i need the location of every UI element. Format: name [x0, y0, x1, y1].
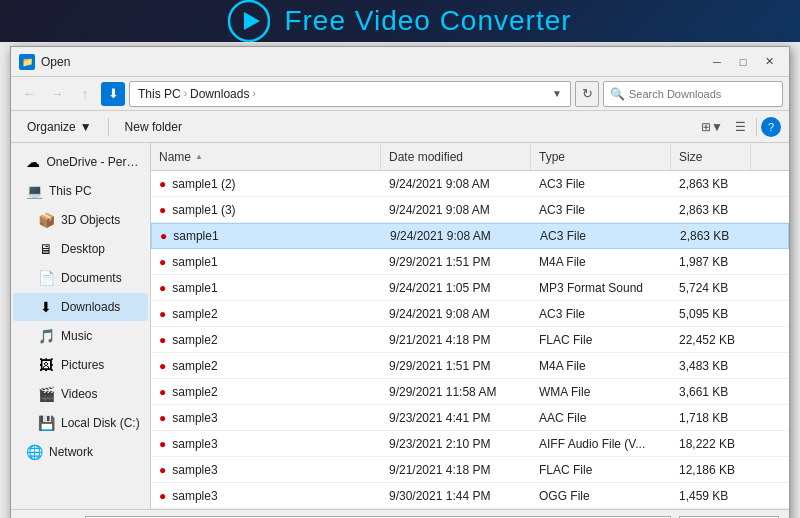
sidebar-item-desktop[interactable]: 🖥 Desktop: [13, 235, 148, 263]
col-header-type[interactable]: Type: [531, 143, 671, 170]
address-dropdown-icon[interactable]: ▼: [552, 88, 562, 99]
sidebar-label-network: Network: [49, 445, 93, 459]
sidebar-label-documents: Documents: [61, 271, 122, 285]
table-row[interactable]: ● sample3 9/21/2021 4:18 PM FLAC File 12…: [151, 457, 789, 483]
cell-name-0: ● sample1 (2): [151, 171, 381, 196]
dialog-icon: 📁: [19, 54, 35, 70]
sidebar-item-onedrive[interactable]: ☁ OneDrive - Person...: [13, 148, 148, 176]
cell-name-text-1: sample1 (3): [172, 203, 235, 217]
view-details-button[interactable]: ☰: [728, 115, 752, 139]
cell-name-12: ● sample3: [151, 483, 381, 508]
sidebar-icon-thispc: 💻: [25, 183, 43, 199]
file-icon-8: ●: [159, 385, 166, 399]
cell-name-9: ● sample3: [151, 405, 381, 430]
sidebar-icon-videos: 🎬: [37, 386, 55, 402]
sidebar-item-3dobjects[interactable]: 📦 3D Objects: [13, 206, 148, 234]
file-icon-3: ●: [159, 255, 166, 269]
download-button[interactable]: ⬇: [101, 82, 125, 106]
organize-button[interactable]: Organize ▼: [19, 115, 100, 139]
table-row[interactable]: ● sample1 9/24/2021 1:05 PM MP3 Format S…: [151, 275, 789, 301]
address-bar-row: ← → ↑ ⬇ This PC › Downloads › ▼ ↻ 🔍: [11, 77, 789, 111]
sidebar-item-pictures[interactable]: 🖼 Pictures: [13, 351, 148, 379]
table-row[interactable]: ● sample3 9/23/2021 2:10 PM AIFF Audio F…: [151, 431, 789, 457]
maximize-button[interactable]: □: [731, 52, 755, 72]
cell-name-text-5: sample2: [172, 307, 217, 321]
back-button[interactable]: ←: [17, 82, 41, 106]
sidebar-item-thispc[interactable]: 💻 This PC: [13, 177, 148, 205]
cell-type-9: AAC File: [531, 405, 671, 430]
file-list-area: Name ▲ Date modified Type Size ● sample1…: [151, 143, 789, 509]
refresh-button[interactable]: ↻: [575, 81, 599, 107]
sidebar-icon-music: 🎵: [37, 328, 55, 344]
new-folder-label: New folder: [125, 120, 182, 134]
cell-size-6: 22,452 KB: [671, 327, 751, 352]
file-icon-10: ●: [159, 437, 166, 451]
file-icon-5: ●: [159, 307, 166, 321]
sidebar-item-videos[interactable]: 🎬 Videos: [13, 380, 148, 408]
forward-button[interactable]: →: [45, 82, 69, 106]
sidebar-item-music[interactable]: 🎵 Music: [13, 322, 148, 350]
table-row[interactable]: ● sample3 9/30/2021 1:44 PM OGG File 1,4…: [151, 483, 789, 509]
cell-size-7: 3,483 KB: [671, 353, 751, 378]
app-title: Free Video Converter: [284, 5, 571, 37]
cell-type-10: AIFF Audio File (V...: [531, 431, 671, 456]
col-header-size[interactable]: Size: [671, 143, 751, 170]
col-header-date[interactable]: Date modified: [381, 143, 531, 170]
address-bar[interactable]: This PC › Downloads › ▼: [129, 81, 571, 107]
sidebar-item-documents[interactable]: 📄 Documents: [13, 264, 148, 292]
cell-size-1: 2,863 KB: [671, 197, 751, 222]
search-input[interactable]: [629, 88, 776, 100]
close-button[interactable]: ✕: [757, 52, 781, 72]
open-dialog: 📁 Open ─ □ ✕ ← → ↑ ⬇ This PC › Downloads…: [10, 46, 790, 518]
view-grid-button[interactable]: ⊞▼: [700, 115, 724, 139]
cell-type-11: FLAC File: [531, 457, 671, 482]
table-row[interactable]: ● sample2 9/29/2021 11:58 AM WMA File 3,…: [151, 379, 789, 405]
cell-name-3: ● sample1: [151, 249, 381, 274]
table-row[interactable]: ● sample1 9/24/2021 9:08 AM AC3 File 2,8…: [151, 223, 789, 249]
table-row[interactable]: ● sample2 9/24/2021 9:08 AM AC3 File 5,0…: [151, 301, 789, 327]
file-list-header: Name ▲ Date modified Type Size: [151, 143, 789, 171]
table-row[interactable]: ● sample2 9/21/2021 4:18 PM FLAC File 22…: [151, 327, 789, 353]
file-icon-4: ●: [159, 281, 166, 295]
svg-marker-1: [244, 12, 260, 30]
sidebar-icon-onedrive: ☁: [25, 154, 40, 170]
app-logo-icon: [228, 0, 270, 42]
table-row[interactable]: ● sample3 9/23/2021 4:41 PM AAC File 1,7…: [151, 405, 789, 431]
cell-size-2: 2,863 KB: [672, 224, 752, 248]
cell-type-6: FLAC File: [531, 327, 671, 352]
col-header-name[interactable]: Name ▲: [151, 143, 381, 170]
file-icon-12: ●: [159, 489, 166, 503]
minimize-button[interactable]: ─: [705, 52, 729, 72]
col-type-label: Type: [539, 150, 565, 164]
sidebar-icon-localdisk: 💾: [37, 415, 55, 431]
table-row[interactable]: ● sample2 9/29/2021 1:51 PM M4A File 3,4…: [151, 353, 789, 379]
cell-name-8: ● sample2: [151, 379, 381, 404]
new-folder-button[interactable]: New folder: [117, 115, 190, 139]
table-row[interactable]: ● sample1 (2) 9/24/2021 9:08 AM AC3 File…: [151, 171, 789, 197]
crumb-thispc: This PC: [138, 87, 181, 101]
cell-type-3: M4A File: [531, 249, 671, 274]
cell-name-text-10: sample3: [172, 437, 217, 451]
title-bar: 📁 Open ─ □ ✕: [11, 47, 789, 77]
cell-size-8: 3,661 KB: [671, 379, 751, 404]
cell-name-text-11: sample3: [172, 463, 217, 477]
file-list-body[interactable]: ● sample1 (2) 9/24/2021 9:08 AM AC3 File…: [151, 171, 789, 509]
up-button[interactable]: ↑: [73, 82, 97, 106]
sidebar-item-downloads[interactable]: ⬇ Downloads: [13, 293, 148, 321]
cell-name-11: ● sample3: [151, 457, 381, 482]
cell-type-4: MP3 Format Sound: [531, 275, 671, 300]
sidebar-item-localdisk[interactable]: 💾 Local Disk (C:): [13, 409, 148, 437]
crumb-sep1: ›: [184, 88, 187, 99]
cell-size-5: 5,095 KB: [671, 301, 751, 326]
cell-name-4: ● sample1: [151, 275, 381, 300]
sidebar-item-network[interactable]: 🌐 Network: [13, 438, 148, 466]
sidebar-icon-network: 🌐: [25, 444, 43, 460]
table-row[interactable]: ● sample1 9/29/2021 1:51 PM M4A File 1,9…: [151, 249, 789, 275]
cell-name-text-9: sample3: [172, 411, 217, 425]
help-button[interactable]: ?: [761, 117, 781, 137]
cell-date-8: 9/29/2021 11:58 AM: [381, 379, 531, 404]
cell-type-8: WMA File: [531, 379, 671, 404]
table-row[interactable]: ● sample1 (3) 9/24/2021 9:08 AM AC3 File…: [151, 197, 789, 223]
search-box[interactable]: 🔍: [603, 81, 783, 107]
file-icon-9: ●: [159, 411, 166, 425]
